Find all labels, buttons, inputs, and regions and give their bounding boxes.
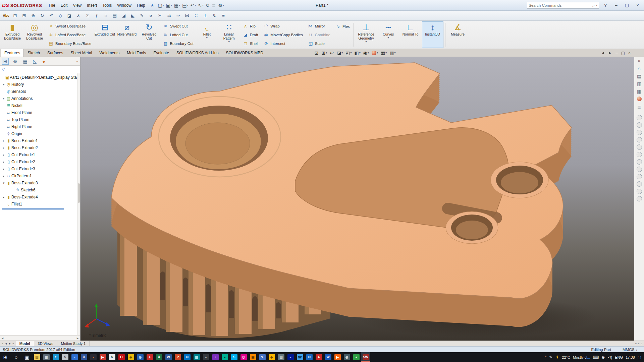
quick-access-button[interactable]: ▤▾ xyxy=(181,2,189,9)
taskbar-app-button[interactable]: ✉ xyxy=(305,352,314,362)
search-icon[interactable]: ⌕ xyxy=(592,3,595,8)
chevron-down-icon[interactable]: ▾ xyxy=(366,40,367,43)
hole-1[interactable] xyxy=(491,162,548,198)
view-tool-button[interactable]: ⊡ xyxy=(314,50,320,56)
tree-item[interactable]: ▾ ▮ Boss-Extrude3 xyxy=(0,179,80,186)
task-pane-button[interactable]: ▥ xyxy=(637,81,641,86)
chevron-down-icon[interactable]: ▾ xyxy=(228,40,230,43)
taskbar-app-button[interactable]: ▶ xyxy=(98,352,107,362)
tree-item[interactable]: ▸ ▮ Boss-Extrude1 xyxy=(0,137,80,144)
pen-icon[interactable]: ✎ xyxy=(549,355,553,360)
tree-item[interactable]: ▱ Front Plane xyxy=(0,109,80,116)
taskbar-app-button[interactable]: ▲ xyxy=(352,352,361,362)
task-pane-shortcut-icon[interactable] xyxy=(637,196,642,201)
rib-button[interactable]: ∧Rib xyxy=(240,22,261,31)
chevron-down-icon[interactable]: ▾ xyxy=(187,4,188,7)
document-tab[interactable]: Model xyxy=(16,341,34,346)
pin-menu-icon[interactable]: ★ xyxy=(151,3,154,8)
task-pane-shortcut-icon[interactable] xyxy=(637,122,642,128)
linear-pattern-button[interactable]: ∷Linear Pattern▾ xyxy=(218,21,240,48)
menu-item[interactable]: Help xyxy=(134,2,148,9)
taskbar-app-button[interactable]: ✉ xyxy=(182,352,192,362)
chevron-down-icon[interactable]: ▾ xyxy=(202,4,204,7)
tree-item[interactable]: ▸ ▮ Boss-Extrude4 xyxy=(0,193,80,200)
task-pane-shortcut-icon[interactable] xyxy=(637,115,642,120)
toolbar-icon[interactable]: ⊕ xyxy=(29,12,37,20)
draft-button[interactable]: ◢Draft xyxy=(240,31,261,39)
panel-horizontal-scrollbar[interactable]: ◄ ► xyxy=(0,335,80,341)
chevron-down-icon[interactable]: ▾ xyxy=(179,4,180,7)
weather-text[interactable]: Mostly cl... xyxy=(573,355,590,359)
flex-button[interactable]: ∿Flex xyxy=(333,22,352,31)
expander-icon[interactable]: ▸ xyxy=(2,97,6,100)
toolbar-icon[interactable]: ◣ xyxy=(129,12,137,20)
ribbon-tab[interactable]: Evaluate xyxy=(150,49,173,57)
panel-vertical-scrollbar[interactable] xyxy=(77,73,80,335)
filter-icon[interactable]: ▽ xyxy=(2,67,5,72)
tree-item[interactable]: ▸ ▮ Boss-Extrude2 xyxy=(0,144,80,151)
taskbar-app-button[interactable]: ▤ xyxy=(276,352,286,362)
expander-icon[interactable]: ▸ xyxy=(2,146,6,149)
taskbar-app-button[interactable]: ▶ xyxy=(333,352,342,362)
maximize-button[interactable]: ▢ xyxy=(623,3,631,8)
chevron-down-icon[interactable]: ▾ xyxy=(326,51,327,54)
configurationmanager-tab[interactable]: ▦ xyxy=(21,58,29,65)
toolbar-icon[interactable]: Abc xyxy=(2,12,10,20)
view-tool-button[interactable]: ↩ xyxy=(329,50,335,56)
tree-item[interactable]: ▸ ▤ Annotations xyxy=(0,95,80,102)
taskbar-app-button[interactable]: N xyxy=(107,352,117,362)
chevron-down-icon[interactable]: ▾ xyxy=(359,51,361,54)
tree-item[interactable]: ▱ Right Plane xyxy=(0,123,80,130)
quick-access-button[interactable]: ☸▾ xyxy=(217,2,225,9)
toolbar-icon[interactable]: ⊡ xyxy=(11,12,19,20)
extruded-boss-base-button[interactable]: ▮Extruded Boss/Base xyxy=(2,21,23,48)
quick-access-button[interactable]: ▦▾ xyxy=(173,2,181,9)
taskbar-app-button[interactable]: X xyxy=(154,352,164,362)
tab-scroll-icon[interactable]: ≡ xyxy=(641,342,642,345)
extruded-cut-button[interactable]: ⊟Extruded Cut xyxy=(94,21,115,48)
menu-item[interactable]: Insert xyxy=(84,2,100,9)
toolbar-icon[interactable]: ƒ xyxy=(93,12,101,20)
toolbar-icon[interactable]: ∷ xyxy=(192,12,200,20)
toolbar-icon[interactable]: ✎ xyxy=(138,12,146,20)
document-window-button[interactable]: – xyxy=(615,51,618,55)
tree-item[interactable]: ◎ Sensors xyxy=(0,88,80,95)
view-tool-button[interactable]: ▾ xyxy=(371,50,379,56)
expander-icon[interactable]: ▸ xyxy=(2,167,6,171)
quick-access-button[interactable]: ≣ xyxy=(211,2,217,9)
normal-to-button[interactable]: ∟Normal To xyxy=(400,21,421,48)
dimxpertmanager-tab[interactable]: ◺ xyxy=(32,58,38,65)
toolbar-icon[interactable]: ⇒ xyxy=(174,12,182,20)
task-pane-button[interactable] xyxy=(637,97,642,102)
chevron-down-icon[interactable]: ▾ xyxy=(351,51,352,54)
tree-item[interactable]: ▸ ▯ Cut-Extrude2 xyxy=(0,158,80,165)
view-tool-button[interactable]: ▦▾ xyxy=(380,50,387,56)
toolbar-icon[interactable]: ↻ xyxy=(38,12,46,20)
tab-scroll-icon[interactable]: « xyxy=(2,342,3,345)
toolbar-icon[interactable]: ≡ xyxy=(219,12,227,20)
task-pane-shortcut-icon[interactable] xyxy=(637,144,642,150)
lofted-cut-button[interactable]: ≋Lofted Cut xyxy=(160,31,195,39)
model-3d[interactable] xyxy=(80,57,634,341)
taskbar-app-button[interactable]: ▦ xyxy=(192,352,201,362)
tree-item[interactable]: ▸ ▯ Cut-Extrude3 xyxy=(0,165,80,172)
quick-access-button[interactable]: ↻ xyxy=(205,2,211,9)
chevron-down-icon[interactable]: ▾ xyxy=(394,51,396,54)
taskbar-app-button[interactable]: S xyxy=(229,352,239,362)
clock[interactable]: 17:38 xyxy=(626,355,635,359)
displaymanager-tab[interactable]: ● xyxy=(41,58,46,65)
view-tool-button[interactable]: ⊞▾ xyxy=(321,50,328,56)
toolbar-icon[interactable]: ↯ xyxy=(210,12,218,20)
chevron-down-icon[interactable]: ▾ xyxy=(223,4,224,7)
instant3d-button[interactable]: ↕Instant3D xyxy=(422,21,443,48)
ribbon-tab[interactable]: Weldments xyxy=(96,49,123,57)
toolbar-icon[interactable]: ∡ xyxy=(74,12,83,20)
view-tool-button[interactable]: ◉▾ xyxy=(363,50,370,56)
taskbar-app-button[interactable]: ● xyxy=(220,352,229,362)
tab-scroll-icon[interactable]: « xyxy=(635,342,636,345)
quick-access-button[interactable]: ▣▾ xyxy=(165,2,173,9)
tree-item[interactable]: ▱ Top Plane xyxy=(0,116,80,123)
document-tab[interactable]: 3D Views xyxy=(34,341,57,346)
collapse-task-pane-icon[interactable]: « xyxy=(638,58,641,63)
start-button[interactable]: ⊞ xyxy=(0,352,11,362)
